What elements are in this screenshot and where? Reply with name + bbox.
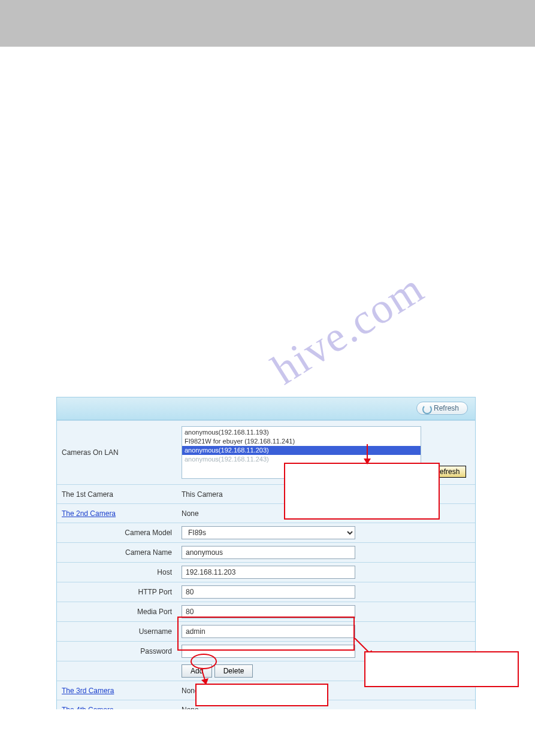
link-camera-2[interactable]: The 2nd Camera: [62, 509, 116, 518]
label-http-port: HTTP Port: [57, 582, 177, 602]
row-host: Host: [57, 563, 475, 582]
top-gray-bar: [0, 0, 535, 47]
camera-model-select[interactable]: FI89s: [182, 526, 355, 539]
row-camera-name: Camera Name: [57, 543, 475, 563]
label-media-port: Media Port: [57, 602, 177, 622]
host-input[interactable]: [182, 566, 355, 579]
callout-box-top: [284, 463, 440, 520]
lan-item[interactable]: anonymous(192.168.11.193): [185, 429, 269, 436]
http-port-input[interactable]: [182, 585, 355, 599]
refresh-button[interactable]: Refresh: [416, 402, 468, 415]
label-camera-2: The 2nd Camera: [57, 504, 177, 523]
page-body: manual hive.com Refresh Cameras On LAN a…: [0, 47, 535, 709]
row-camera-model: Camera Model FI89s: [57, 523, 475, 543]
row-username: Username: [57, 622, 475, 642]
add-button[interactable]: Add: [182, 664, 212, 678]
label-cameras-on-lan: Cameras On LAN: [57, 421, 177, 485]
row-media-port: Media Port: [57, 602, 475, 622]
label-username: Username: [57, 622, 177, 642]
label-host: Host: [57, 563, 177, 582]
lan-item[interactable]: FI9821W for ebuyer (192.168.11.241): [185, 438, 295, 445]
watermark-text-2: hive.com: [263, 263, 433, 395]
password-input[interactable]: [182, 645, 355, 658]
delete-button[interactable]: Delete: [214, 664, 253, 678]
label-camera-model: Camera Model: [57, 523, 177, 543]
label-camera-name: Camera Name: [57, 543, 177, 563]
username-input[interactable]: [182, 625, 355, 638]
lan-item-selected[interactable]: anonymous(192.168.11.203): [182, 446, 421, 455]
panel-titlebar: Refresh: [57, 397, 475, 420]
link-camera-3[interactable]: The 3rd Camera: [62, 687, 114, 695]
row-http-port: HTTP Port: [57, 582, 475, 602]
label-password: Password: [57, 642, 177, 661]
callout-box-bottom-right: [364, 651, 519, 687]
label-camera-1: The 1st Camera: [57, 485, 177, 504]
media-port-input[interactable]: [182, 605, 355, 618]
callout-box-bottom-left: [195, 684, 328, 706]
lan-item[interactable]: anonymous(192.168.11.243): [185, 456, 269, 463]
camera-name-input[interactable]: [182, 546, 355, 559]
